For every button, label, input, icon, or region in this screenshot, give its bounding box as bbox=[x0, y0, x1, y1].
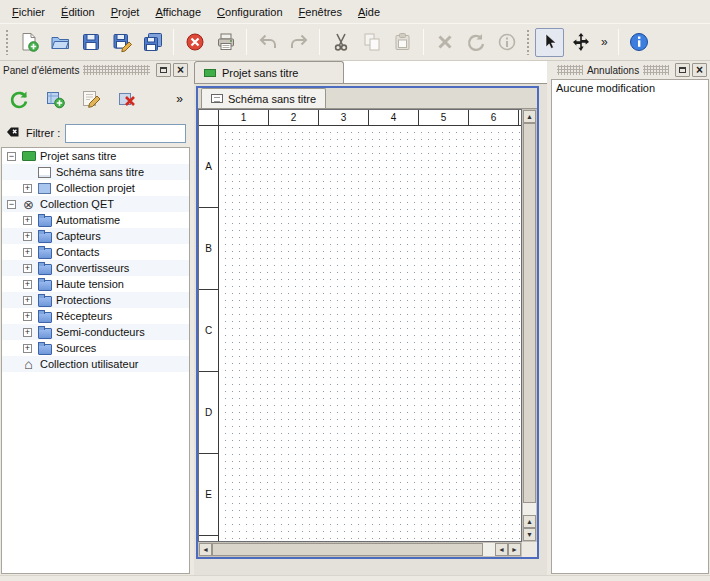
tree-item-semi-conducteurs[interactable]: + Semi-conducteurs bbox=[2, 324, 189, 340]
copy-button[interactable] bbox=[357, 28, 386, 57]
open-file-button[interactable] bbox=[45, 28, 74, 57]
scroll-right-button[interactable] bbox=[508, 543, 521, 556]
tree-expander[interactable]: + bbox=[23, 328, 32, 337]
undo-panel-titlebar[interactable]: Annulations bbox=[550, 61, 710, 79]
new-document-icon bbox=[18, 31, 40, 53]
redo-button[interactable] bbox=[284, 28, 313, 57]
clear-filter-icon[interactable] bbox=[5, 125, 21, 141]
menu-edition[interactable]: Édition bbox=[53, 3, 103, 21]
tree-item-contacts[interactable]: + Contacts bbox=[2, 244, 189, 260]
move-tool-button[interactable] bbox=[566, 28, 595, 57]
close-panel-button[interactable] bbox=[173, 63, 188, 77]
reload-collections-button[interactable] bbox=[4, 84, 34, 114]
elements-panel-titlebar[interactable]: Panel d'éléments bbox=[0, 61, 191, 79]
tree-expander[interactable]: + bbox=[23, 184, 32, 193]
close-icon bbox=[696, 65, 703, 76]
tree-expander[interactable]: + bbox=[23, 232, 32, 241]
save-as-icon bbox=[111, 31, 133, 53]
schema-canvas[interactable] bbox=[219, 126, 521, 541]
tree-expander[interactable]: − bbox=[7, 200, 16, 209]
diagram-viewport[interactable]: 1 2 3 4 5 6 A B C bbox=[198, 109, 522, 542]
toolbar-overflow-button[interactable]: » bbox=[597, 35, 612, 49]
delete-element-button[interactable] bbox=[112, 84, 142, 114]
folder-icon bbox=[37, 214, 52, 227]
scrollbar-track[interactable] bbox=[483, 543, 495, 556]
tree-item-collection-projet[interactable]: + Collection projet bbox=[2, 180, 189, 196]
elements-tree[interactable]: − Projet sans titre Schéma sans titre + … bbox=[1, 147, 190, 574]
delete-button[interactable] bbox=[430, 28, 459, 57]
project-tabbar: Projet sans titre bbox=[194, 61, 547, 84]
close-panel-button[interactable] bbox=[692, 63, 707, 77]
scroll-up-button[interactable] bbox=[523, 515, 536, 528]
undo-button[interactable] bbox=[253, 28, 282, 57]
rotate-button[interactable] bbox=[461, 28, 490, 57]
toolbar-grip[interactable] bbox=[5, 29, 9, 55]
paste-button[interactable] bbox=[388, 28, 417, 57]
project-info-button[interactable] bbox=[625, 28, 654, 57]
menu-affichage[interactable]: Affichage bbox=[147, 3, 209, 21]
filter-input[interactable] bbox=[65, 124, 186, 143]
vertical-scrollbar[interactable] bbox=[522, 109, 537, 542]
tree-expander[interactable]: + bbox=[23, 248, 32, 257]
tree-expander[interactable]: + bbox=[23, 280, 32, 289]
tab-projet-sans-titre[interactable]: Projet sans titre bbox=[194, 61, 344, 83]
float-panel-button[interactable] bbox=[156, 63, 171, 77]
dock-grip[interactable] bbox=[557, 65, 583, 75]
tree-expander[interactable]: + bbox=[23, 296, 32, 305]
tree-item-haute-tension[interactable]: + Haute tension bbox=[2, 276, 189, 292]
tree-expander[interactable]: + bbox=[23, 216, 32, 225]
scroll-down-button[interactable] bbox=[523, 528, 536, 541]
resize-corner[interactable] bbox=[522, 542, 537, 557]
scrollbar-track[interactable] bbox=[523, 503, 536, 515]
tree-expander[interactable]: + bbox=[23, 344, 32, 353]
tree-expander[interactable]: + bbox=[23, 264, 32, 273]
tree-item-sources[interactable]: + Sources bbox=[2, 340, 189, 356]
panel-toolbar-overflow-button[interactable]: » bbox=[172, 92, 187, 106]
elements-panel: Panel d'éléments » Filtrer : − bbox=[0, 61, 191, 575]
tree-item-automatisme[interactable]: + Automatisme bbox=[2, 212, 189, 228]
schema-window[interactable]: Schéma sans titre 1 2 3 4 5 bbox=[196, 86, 539, 559]
close-file-button[interactable] bbox=[180, 28, 209, 57]
tree-item-collection-qet[interactable]: − Collection QET bbox=[2, 196, 189, 212]
float-panel-button[interactable] bbox=[675, 63, 690, 77]
new-document-button[interactable] bbox=[14, 28, 43, 57]
save-as-button[interactable] bbox=[107, 28, 136, 57]
new-element-icon bbox=[44, 88, 66, 110]
menu-fichier[interactable]: Fichier bbox=[4, 3, 53, 21]
tree-item-label: Automatisme bbox=[56, 214, 120, 226]
new-element-button[interactable] bbox=[40, 84, 70, 114]
tree-item-convertisseurs[interactable]: + Convertisseurs bbox=[2, 260, 189, 276]
scroll-up-button[interactable] bbox=[523, 110, 536, 123]
scroll-left-button[interactable] bbox=[199, 543, 212, 556]
tab-schema-sans-titre[interactable]: Schéma sans titre bbox=[201, 88, 326, 108]
undo-history-list[interactable]: Aucune modification bbox=[551, 79, 709, 574]
cut-button[interactable] bbox=[326, 28, 355, 57]
horizontal-scrollbar[interactable] bbox=[198, 542, 522, 557]
menu-projet[interactable]: Projet bbox=[103, 3, 148, 21]
dock-grip[interactable] bbox=[83, 65, 150, 75]
tree-item-capteurs[interactable]: + Capteurs bbox=[2, 228, 189, 244]
open-folder-icon bbox=[49, 31, 71, 53]
tree-item-collection-utilisateur[interactable]: Collection utilisateur bbox=[2, 356, 189, 372]
select-tool-button[interactable] bbox=[535, 28, 564, 57]
save-all-button[interactable] bbox=[138, 28, 167, 57]
menu-aide[interactable]: Aide bbox=[350, 3, 388, 21]
menu-configuration[interactable]: Configuration bbox=[209, 3, 290, 21]
print-button[interactable] bbox=[211, 28, 240, 57]
horizontal-scrollbar-thumb[interactable] bbox=[212, 543, 483, 556]
tree-item-schema-sans-titre[interactable]: Schéma sans titre bbox=[2, 164, 189, 180]
tree-expander[interactable]: − bbox=[7, 152, 16, 161]
scroll-left-button[interactable] bbox=[495, 543, 508, 556]
vertical-scrollbar-thumb[interactable] bbox=[523, 123, 536, 503]
edit-element-button[interactable] bbox=[76, 84, 106, 114]
element-info-button[interactable] bbox=[492, 28, 521, 57]
tree-item-projet-sans-titre[interactable]: − Projet sans titre bbox=[2, 148, 189, 164]
tree-item-protections[interactable]: + Protections bbox=[2, 292, 189, 308]
toolbar-grip[interactable] bbox=[526, 29, 530, 55]
menu-fenetres[interactable]: Fenêtres bbox=[291, 3, 350, 21]
tree-expander[interactable]: + bbox=[23, 312, 32, 321]
save-button[interactable] bbox=[76, 28, 105, 57]
dock-grip[interactable] bbox=[643, 65, 669, 75]
tree-item-recepteurs[interactable]: + Récepteurs bbox=[2, 308, 189, 324]
main-area: Panel d'éléments » Filtrer : − bbox=[0, 61, 710, 575]
